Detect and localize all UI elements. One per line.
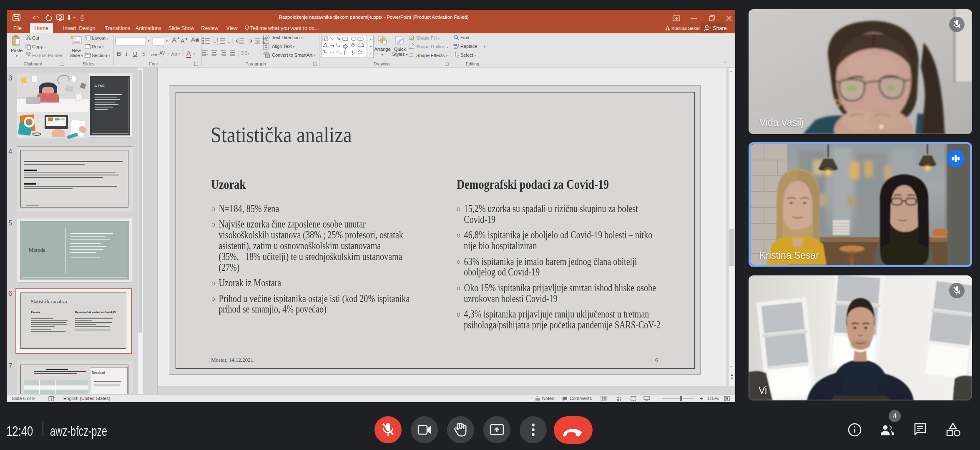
svg-text:ac: ac: [454, 46, 458, 50]
svg-text:3: 3: [217, 42, 219, 45]
svg-text:A: A: [267, 35, 270, 39]
svg-text:A: A: [324, 38, 326, 40]
